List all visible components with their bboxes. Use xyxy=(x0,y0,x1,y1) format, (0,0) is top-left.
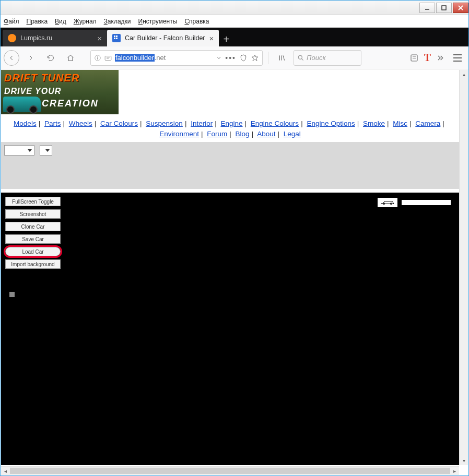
search-placeholder: Поиск xyxy=(307,54,326,62)
link-engine-colours[interactable]: Engine Colours xyxy=(251,120,299,127)
reader-icon[interactable] xyxy=(409,53,419,63)
link-parts[interactable]: Parts xyxy=(44,120,61,127)
slider-widget[interactable] xyxy=(402,200,451,205)
vertical-scrollbar[interactable]: ▴ ▾ xyxy=(459,70,468,465)
svg-rect-11 xyxy=(105,56,111,60)
window-close-button[interactable] xyxy=(453,3,468,13)
svg-rect-5 xyxy=(116,35,118,37)
car-builder-canvas[interactable]: FullScreen Toggle Screenshot Clone Car S… xyxy=(1,193,459,465)
tab-lumpics[interactable]: Lumpics.ru × xyxy=(3,30,107,46)
back-button[interactable] xyxy=(4,50,19,66)
svg-rect-6 xyxy=(114,38,115,39)
dropdown-2[interactable] xyxy=(40,145,52,156)
link-misc[interactable]: Misc xyxy=(393,120,407,127)
fullscreen-toggle-button[interactable]: FullScreen Toggle xyxy=(5,197,61,206)
favicon-lumpics xyxy=(8,34,16,42)
svg-rect-4 xyxy=(114,35,115,37)
info-icon xyxy=(94,54,101,62)
link-about[interactable]: About xyxy=(257,130,275,138)
svg-point-10 xyxy=(97,56,98,56)
scroll-left-arrow[interactable]: ◂ xyxy=(1,467,10,475)
link-suspension[interactable]: Suspension xyxy=(146,120,183,127)
close-icon[interactable]: × xyxy=(97,34,102,43)
window-frame: Файл Правка Вид Журнал Закладки Инструме… xyxy=(0,0,469,476)
svg-rect-1 xyxy=(442,6,446,10)
car-view-icon[interactable] xyxy=(378,198,397,207)
menu-edit[interactable]: Правка xyxy=(27,18,48,25)
marker-square xyxy=(9,292,15,297)
chevron-down-icon[interactable] xyxy=(216,55,222,61)
menu-help[interactable]: Справка xyxy=(184,18,209,25)
svg-rect-7 xyxy=(116,38,118,39)
menu-history[interactable]: Журнал xyxy=(74,18,97,25)
site-nav-links: Models| Parts| Wheels| Car Colours| Susp… xyxy=(1,114,459,142)
link-interior[interactable]: Interior xyxy=(191,120,213,127)
window-maximize-button[interactable] xyxy=(436,3,452,13)
lock-icon xyxy=(104,54,112,62)
dropdown-1[interactable] xyxy=(4,145,34,156)
drift-tuner-banner[interactable]: DRIFT TUNER DRIVE YOUR CREATION xyxy=(1,70,119,114)
load-car-button[interactable]: Load Car xyxy=(5,247,61,256)
url-text: falconbuilder.net xyxy=(115,54,166,62)
clone-car-button[interactable]: Clone Car xyxy=(5,222,61,231)
tab-carbuilder[interactable]: Car Builder - Falcon Builder × xyxy=(107,30,219,46)
svg-line-18 xyxy=(302,58,303,60)
page-actions-icon[interactable]: ••• xyxy=(225,54,236,62)
navbar: falconbuilder.net ••• Поиск T xyxy=(1,46,468,69)
svg-line-16 xyxy=(283,55,285,60)
link-wheels[interactable]: Wheels xyxy=(69,120,92,127)
screenshot-button[interactable]: Screenshot xyxy=(5,209,61,219)
import-background-button[interactable]: Import background xyxy=(5,259,61,269)
banner-line2: DRIVE YOUR xyxy=(4,87,61,96)
hamburger-menu-button[interactable] xyxy=(450,50,465,66)
link-environment[interactable]: Environment xyxy=(159,130,199,138)
scroll-down-arrow[interactable]: ▾ xyxy=(460,456,468,465)
search-input[interactable]: Поиск xyxy=(294,50,361,66)
menu-bookmarks[interactable]: Закладки xyxy=(104,18,131,25)
scroll-right-arrow[interactable]: ▸ xyxy=(450,467,459,475)
link-models[interactable]: Models xyxy=(14,120,37,127)
banner-line3: CREATION xyxy=(42,98,99,109)
window-minimize-button[interactable] xyxy=(419,3,435,13)
shield-icon[interactable] xyxy=(239,54,248,62)
tab-title: Lumpics.ru xyxy=(20,34,52,42)
home-button[interactable] xyxy=(62,50,79,66)
tab-title: Car Builder - Falcon Builder xyxy=(125,34,205,42)
horizontal-scrollbar[interactable]: ◂ ▸ xyxy=(1,466,459,475)
link-engine[interactable]: Engine xyxy=(220,120,242,127)
link-forum[interactable]: Forum xyxy=(207,130,227,138)
window-titlebar xyxy=(1,1,468,15)
link-legal[interactable]: Legal xyxy=(284,130,301,138)
page-content: DRIFT TUNER DRIVE YOUR CREATION Models| … xyxy=(1,70,459,465)
reload-button[interactable] xyxy=(42,50,59,66)
svg-rect-19 xyxy=(411,55,417,61)
address-bar[interactable]: falconbuilder.net ••• xyxy=(90,50,263,66)
menubar: Файл Правка Вид Журнал Закладки Инструме… xyxy=(1,15,468,28)
link-camera[interactable]: Camera xyxy=(415,120,440,127)
close-icon[interactable]: × xyxy=(209,34,214,43)
new-tab-button[interactable]: + xyxy=(219,32,233,46)
link-blog[interactable]: Blog xyxy=(236,130,250,138)
scroll-thumb[interactable] xyxy=(10,468,450,474)
menu-tools[interactable]: Инструменты xyxy=(138,18,178,25)
car-illustration xyxy=(3,97,41,112)
star-icon[interactable] xyxy=(251,54,259,62)
options-bar xyxy=(1,142,459,189)
link-engine-options[interactable]: Engine Options xyxy=(307,120,355,127)
menu-file[interactable]: Файл xyxy=(4,18,19,25)
link-car-colours[interactable]: Car Colours xyxy=(100,120,138,127)
chevron-right-double-icon[interactable] xyxy=(436,54,444,62)
save-car-button[interactable]: Save Car xyxy=(5,234,61,244)
menu-view[interactable]: Вид xyxy=(55,18,66,25)
banner-line1: DRIFT TUNER xyxy=(4,72,79,84)
divider xyxy=(268,52,268,64)
link-smoke[interactable]: Smoke xyxy=(363,120,385,127)
extension-t-icon[interactable]: T xyxy=(424,52,431,64)
search-icon xyxy=(297,54,304,62)
scroll-up-arrow[interactable]: ▴ xyxy=(460,70,468,79)
library-button[interactable] xyxy=(274,50,290,66)
svg-point-17 xyxy=(298,55,302,59)
forward-button[interactable] xyxy=(22,50,39,66)
tabstrip: Lumpics.ru × Car Builder - Falcon Builde… xyxy=(1,28,468,46)
grid-icon xyxy=(113,35,120,41)
